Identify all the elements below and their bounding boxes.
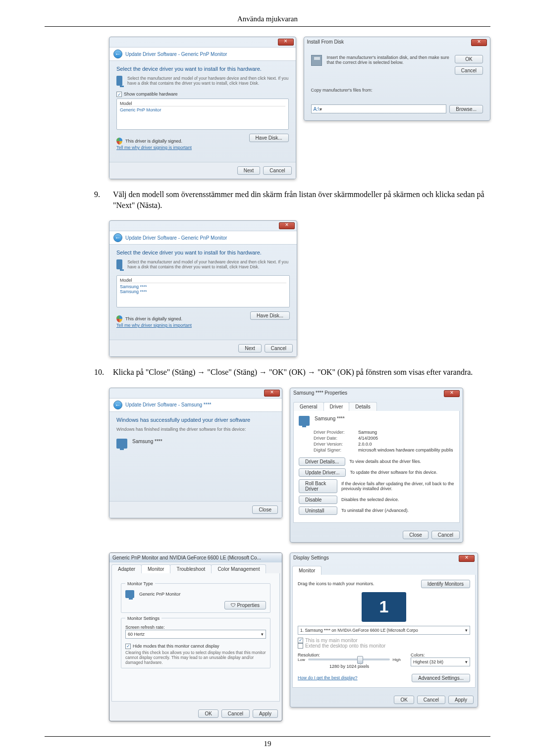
tab-color-management[interactable]: Color Management [211, 564, 266, 573]
breadcrumb-text: Update Driver Software - Generic PnP Mon… [125, 51, 227, 57]
disable-button[interactable]: Disable [299, 496, 337, 504]
close-button[interactable]: Close [403, 531, 428, 539]
tab-monitor[interactable]: Monitor [141, 564, 170, 573]
back-icon[interactable]: ← [113, 233, 122, 242]
step-text: Klicka på "Close" (Stäng) → "Close" (Stä… [113, 367, 490, 378]
cancel-button[interactable]: Cancel [431, 531, 460, 539]
driver-details-button[interactable]: Driver Details... [299, 457, 345, 466]
tab-monitor[interactable]: Monitor [292, 566, 321, 575]
samsung-properties-dialog: Samsung **** Properties General Driver D… [290, 388, 463, 543]
best-display-link[interactable]: How do I get the best display? [298, 675, 358, 680]
close-icon[interactable] [471, 39, 487, 46]
model-listbox[interactable]: Model Samsung **** Samsung **** [116, 275, 290, 307]
properties-button[interactable]: 🛡 Properties [224, 601, 266, 609]
driver-details-desc: To view details about the driver files. [349, 459, 421, 464]
hide-modes-checkbox[interactable]: ✓ [125, 644, 131, 649]
dialog-subtext: Windows has finished installing the driv… [116, 427, 275, 432]
update-driver-success-dialog: ←Update Driver Software - Samsung **** W… [109, 388, 282, 518]
display-settings-dialog: Display Settings Monitor Drag the icons … [290, 553, 478, 707]
dialog-subtext: Select the manufacturer and model of you… [127, 76, 288, 86]
close-icon[interactable] [266, 554, 279, 561]
tell-why-link[interactable]: Tell me why driver signing is important [116, 145, 192, 150]
ifd-text: Insert the manufacturer's installation d… [327, 55, 450, 65]
disable-desc: Disables the selected device. [341, 497, 399, 502]
page-header: Använda mjukvaran [45, 15, 490, 27]
tab-troubleshoot[interactable]: Troubleshoot [170, 564, 212, 573]
monitor-properties-dialog: Generic PnP Monitor and NVIDIA GeForce 6… [109, 553, 282, 721]
cancel-button[interactable]: Cancel [265, 344, 293, 353]
refresh-rate-select[interactable]: 60 Hertz▾ [125, 630, 266, 639]
titlebar [109, 37, 296, 47]
rollback-driver-button[interactable]: Roll Back Driver [299, 479, 337, 493]
step-number: 10. [94, 367, 104, 378]
extend-checkbox [298, 643, 303, 649]
close-icon[interactable] [264, 390, 280, 397]
monitor-graphic[interactable]: 1 [362, 592, 406, 622]
shield-icon [116, 315, 122, 322]
ok-button[interactable]: OK [394, 696, 414, 704]
resolution-value: 1280 by 1024 pixels [298, 664, 401, 669]
next-button[interactable]: Next [237, 166, 261, 175]
refresh-rate-label: Screen refresh rate: [125, 625, 266, 630]
label-version: Driver Version: [314, 442, 353, 447]
copy-from-input[interactable]: A:\▾ [311, 104, 447, 113]
cancel-button[interactable]: Cancel [417, 696, 445, 704]
model-item[interactable]: Generic PnP Monitor [120, 107, 285, 112]
show-compat-checkbox[interactable]: ✓ [116, 92, 122, 97]
model-header: Model [120, 101, 285, 106]
model-item-1[interactable]: Samsung **** [120, 284, 286, 289]
browse-button[interactable]: Browse... [449, 105, 483, 113]
colors-select[interactable]: Highest (32 bit)▾ [411, 657, 470, 666]
breadcrumb-text: Update Driver Software - Generic PnP Mon… [125, 235, 227, 241]
monitor-settings-legend: Monitor Settings [125, 616, 161, 621]
apply-button[interactable]: Apply [253, 709, 278, 718]
tab-details[interactable]: Details [349, 402, 377, 411]
value-date: 4/14/2005 [358, 436, 378, 441]
monitor-icon [116, 439, 127, 449]
is-main-label: This is my main monitor [305, 638, 358, 643]
close-icon[interactable] [459, 555, 475, 562]
back-icon[interactable]: ← [113, 50, 122, 58]
uninstall-button[interactable]: Uninstall [299, 506, 337, 515]
signed-text: This driver is digitally signed. [125, 316, 182, 321]
close-icon[interactable] [278, 39, 294, 46]
close-icon[interactable] [279, 222, 295, 229]
install-from-disk-dialog: Install From Disk Insert the manufacture… [304, 37, 491, 121]
value-signer: microsoft windows hardware compatibility… [358, 448, 453, 453]
apply-button[interactable]: Apply [448, 696, 474, 704]
model-item-2[interactable]: Samsung **** [120, 289, 286, 294]
page-footer: 19 [45, 736, 490, 748]
monitor-type-legend: Monitor Type [125, 581, 155, 586]
device-name: Samsung **** [132, 439, 162, 444]
monitor-select[interactable]: 1. Samsung **** on NVIDIA GeForce 6600 L… [298, 626, 470, 635]
model-listbox[interactable]: Model Generic PnP Monitor [116, 99, 289, 130]
ok-button[interactable]: OK [455, 55, 483, 63]
tab-adapter[interactable]: Adapter [111, 564, 142, 573]
dialog-heading: Windows has successfully updated your dr… [116, 417, 275, 423]
close-button[interactable]: Close [252, 505, 278, 514]
model-header: Model [120, 278, 286, 283]
tab-general[interactable]: General [293, 402, 324, 411]
advanced-settings-button[interactable]: Advanced Settings... [412, 674, 470, 682]
tab-driver[interactable]: Driver [323, 402, 350, 411]
have-disk-button[interactable]: Have Disk... [250, 311, 290, 320]
have-disk-button[interactable]: Have Disk... [249, 134, 289, 142]
next-button[interactable]: Next [238, 344, 262, 353]
resolution-slider[interactable] [308, 658, 390, 660]
extend-label: Extend the desktop onto this monitor [305, 643, 385, 649]
close-icon[interactable] [444, 390, 460, 397]
monitor-icon [116, 76, 122, 86]
ok-button[interactable]: OK [198, 709, 218, 718]
shield-icon [116, 138, 122, 145]
back-icon[interactable]: ← [113, 401, 122, 409]
identify-monitors-button[interactable]: Identify Monitors [421, 580, 470, 588]
rollback-driver-desc: If the device fails after updating the d… [341, 481, 454, 491]
tell-why-link[interactable]: Tell me why driver signing is important [116, 323, 192, 328]
step-number: 9. [94, 189, 104, 210]
cancel-button[interactable]: Cancel [263, 166, 291, 175]
cancel-button[interactable]: Cancel [221, 709, 250, 718]
hide-modes-label: Hide modes that this monitor cannot disp… [133, 644, 219, 649]
cancel-button[interactable]: Cancel [455, 66, 483, 75]
update-driver-button[interactable]: Update Driver... [299, 468, 346, 477]
dialog-heading: Select the device driver you want to ins… [116, 66, 289, 72]
